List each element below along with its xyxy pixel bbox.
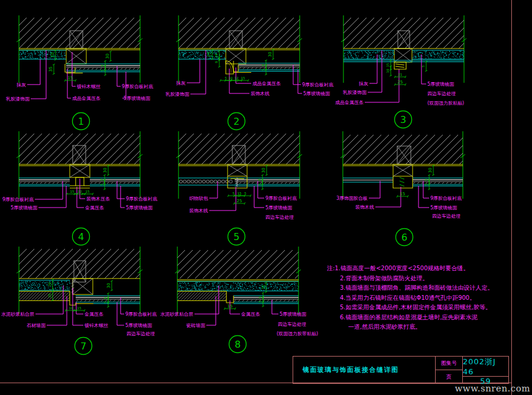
svg-text:16: 16 — [215, 53, 218, 57]
svg-text:30: 30 — [268, 52, 273, 57]
detail-number-4: 4 — [78, 231, 84, 242]
svg-text:15: 15 — [386, 63, 390, 67]
detail-canvas-1: 抹灰乳胶漆饰面镀锌木螺丝成品金属压条9厚胶合板衬底5厚玻璃镜面203515309… — [5, 13, 182, 134]
svg-text:抹灰: 抹灰 — [17, 82, 26, 88]
note-line: 3.镜面墙面与顶棚阴角、踢脚构造和面砖做法由设计人定。 — [340, 283, 522, 293]
note-line: 一道,然后用水泥砂浆打底。 — [348, 322, 522, 332]
svg-text:10: 10 — [261, 285, 265, 289]
svg-text:5厚玻璃镜面: 5厚玻璃镜面 — [430, 205, 458, 211]
svg-text:5: 5 — [100, 183, 103, 186]
detail-drawing-5: 织物软包装饰木线9厚胶合板衬底5厚玻璃镜面四边车边处理51552530955 — [164, 129, 342, 250]
svg-text:5厚玻璃镜面: 5厚玻璃镜面 — [11, 205, 38, 211]
svg-text:9厚胶合板衬底: 9厚胶合板衬底 — [126, 196, 157, 202]
svg-text:5厚玻璃镜面: 5厚玻璃镜面 — [125, 323, 153, 328]
svg-text:10: 10 — [386, 69, 390, 73]
svg-text:四边车边处理: 四边车边处理 — [265, 215, 294, 220]
svg-text:15: 15 — [86, 190, 90, 193]
sheet-title: 镜面玻璃与饰面板接合缝详图 — [293, 357, 436, 383]
svg-text:35: 35 — [48, 67, 53, 72]
svg-text:乳胶漆饰面: 乳胶漆饰面 — [6, 96, 30, 102]
svg-text:21: 21 — [398, 73, 403, 76]
svg-text:装饰木线: 装饰木线 — [355, 205, 374, 210]
title-block: 镜面玻璃与饰面板接合缝详图 图集号 页 2002浙J 46 59 — [293, 356, 509, 384]
svg-text:装饰木压条: 装饰木压条 — [86, 196, 110, 202]
svg-text:成品金属压条: 成品金属压条 — [335, 100, 364, 105]
detail-canvas-6: 3厚饰面胶合板装饰木线9厚胶合板衬底5厚玻璃镜面四边车边处理1530956 — [324, 129, 501, 250]
detail-number-8: 8 — [235, 339, 241, 350]
svg-text:25: 25 — [398, 80, 403, 85]
svg-text:四边车边处理: 四边车边处理 — [427, 91, 456, 96]
svg-text:5厚玻璃镜面: 5厚玻璃镜面 — [265, 205, 293, 211]
detail-canvas-5: 织物软包装饰木线9厚胶合板衬底5厚玻璃镜面四边车边处理51552530955 — [164, 129, 342, 250]
svg-text:抹灰: 抹灰 — [359, 81, 368, 86]
page-label: 页 — [446, 373, 452, 381]
svg-text:四边车边处理: 四边车边处理 — [278, 322, 306, 327]
svg-text:30: 30 — [428, 168, 433, 173]
detail-canvas-2: 抹灰乳胶漆饰面成品金属压条装饰木线9厚胶合板衬底5厚玻璃镜面2516951012… — [164, 13, 342, 134]
svg-text:金属压条: 金属压条 — [84, 312, 103, 317]
general-notes: 注:1.镜面高度一般<2000宽度<2500规格时要合缝。 2.背面木制骨架做防… — [327, 264, 522, 332]
svg-text:织物软包: 织物软包 — [189, 196, 208, 201]
title-block-values: 2002浙J 46 59 — [463, 357, 508, 383]
svg-text:30: 30 — [106, 283, 111, 289]
svg-text:30: 30 — [261, 168, 266, 173]
svg-text:15: 15 — [241, 76, 245, 80]
title-block-labels: 图集号 页 — [436, 357, 463, 383]
svg-text:5厚玻璃镜面: 5厚玻璃镜面 — [427, 82, 455, 87]
svg-text:装饰木线: 装饰木线 — [251, 91, 270, 96]
svg-text:镀锌木螺丝: 镀锌木螺丝 — [76, 84, 100, 89]
svg-text:(双面强力胶粘贴): (双面强力胶粘贴) — [427, 101, 464, 106]
svg-text:水泥砂浆粘合层: 水泥砂浆粘合层 — [160, 312, 193, 317]
svg-text:9厚胶合板衬底: 9厚胶合板衬底 — [122, 84, 153, 89]
svg-text:30: 30 — [103, 168, 108, 173]
svg-text:四边车边处理: 四边车边处理 — [432, 213, 460, 219]
detail-drawing-4: 9厚胶合板衬底5厚玻璃镜面装饰木压条金属压条9厚胶合板衬底5厚玻璃镜面15121… — [5, 129, 182, 250]
svg-text:25: 25 — [48, 293, 51, 297]
detail-number-3: 3 — [400, 114, 406, 125]
svg-text:(双面强力胶带粘贴): (双面强力胶带粘贴) — [277, 331, 318, 336]
drawing-sheet: 抹灰乳胶漆饰面镀锌木螺丝成品金属压条9厚胶合板衬底5厚玻璃镜面203515309… — [0, 0, 532, 395]
detail-drawing-8: 水泥砂浆粘合层瓷砖墙面金属压条5厚玻璃镜面四边车边处理(双面强力胶带粘贴)151… — [160, 244, 337, 365]
atlas-no-label: 图集号 — [441, 360, 457, 367]
svg-text:30: 30 — [105, 54, 110, 59]
detail-drawing-3: 抹灰乳胶漆饰面成品金属压条5厚玻璃镜面四边车边处理(双面强力胶粘贴)151021… — [324, 13, 501, 134]
note-line: 6.镜面墙面的基层结构如是混凝土墙时,应先刷素水泥 — [340, 313, 522, 323]
svg-text:9: 9 — [100, 179, 103, 181]
svg-text:瓷砖墙面: 瓷砖墙面 — [186, 323, 206, 328]
detail-drawing-7: 水泥砂浆粘合层石材墙面金属压条镀锌木螺丝9厚胶合板衬底5厚玻璃镜面四边车边处理2… — [5, 244, 182, 365]
atlas-no-value: 2002浙J 46 — [463, 357, 508, 376]
svg-text:5: 5 — [424, 183, 428, 186]
detail-canvas-4: 9厚胶合板衬底5厚玻璃镜面装饰木压条金属压条9厚胶合板衬底5厚玻璃镜面15121… — [5, 129, 182, 250]
watermark: www.snren.com — [455, 383, 531, 394]
detail-number-7: 7 — [80, 341, 86, 352]
svg-text:金属压条: 金属压条 — [241, 312, 260, 317]
detail-canvas-8: 水泥砂浆粘合层瓷砖墙面金属压条5厚玻璃镜面四边车边处理(双面强力胶带粘贴)151… — [160, 244, 337, 365]
svg-text:5: 5 — [258, 183, 261, 186]
svg-text:9厚胶合板衬底: 9厚胶合板衬底 — [125, 312, 157, 317]
svg-text:5: 5 — [258, 300, 262, 303]
detail-drawing-2: 抹灰乳胶漆饰面成品金属压条装饰木线9厚胶合板衬底5厚玻璃镜面2516951012… — [164, 13, 342, 134]
svg-text:5: 5 — [244, 192, 246, 195]
svg-text:25: 25 — [237, 199, 242, 203]
svg-text:成品金属压条: 成品金属压条 — [252, 81, 281, 86]
svg-text:15: 15 — [238, 192, 242, 195]
svg-text:成品金属压条: 成品金属压条 — [72, 96, 100, 101]
svg-text:5: 5 — [103, 301, 107, 303]
detail-drawing-6: 3厚饰面胶合板装饰木线9厚胶合板衬底5厚玻璃镜面四边车边处理1530956 — [324, 129, 501, 250]
svg-text:水泥砂浆粘合层: 水泥砂浆粘合层 — [1, 312, 34, 317]
detail-number-5: 5 — [233, 231, 239, 242]
svg-text:9: 9 — [261, 64, 265, 66]
svg-text:金属压条: 金属压条 — [85, 205, 104, 211]
svg-text:9: 9 — [424, 179, 428, 181]
sheet-frame-right — [511, 0, 512, 395]
svg-text:15: 15 — [68, 76, 73, 80]
svg-text:9: 9 — [215, 61, 218, 63]
svg-text:25: 25 — [207, 52, 212, 57]
svg-text:15: 15 — [228, 304, 233, 309]
svg-text:5厚玻璃镜面: 5厚玻璃镜面 — [126, 205, 153, 211]
svg-text:15: 15 — [70, 190, 74, 193]
svg-text:20: 20 — [48, 282, 51, 286]
svg-text:石材墙面: 石材墙面 — [27, 323, 46, 328]
svg-text:5: 5 — [421, 65, 425, 67]
svg-text:5厚玻璃镜面: 5厚玻璃镜面 — [124, 96, 151, 101]
